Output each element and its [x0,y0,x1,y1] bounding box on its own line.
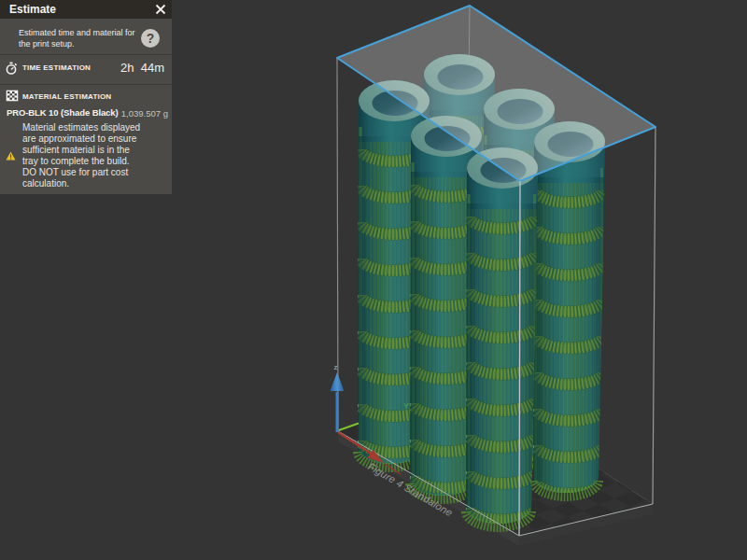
svg-text:Y: Y [403,401,409,411]
svg-text:z: z [334,363,338,371]
